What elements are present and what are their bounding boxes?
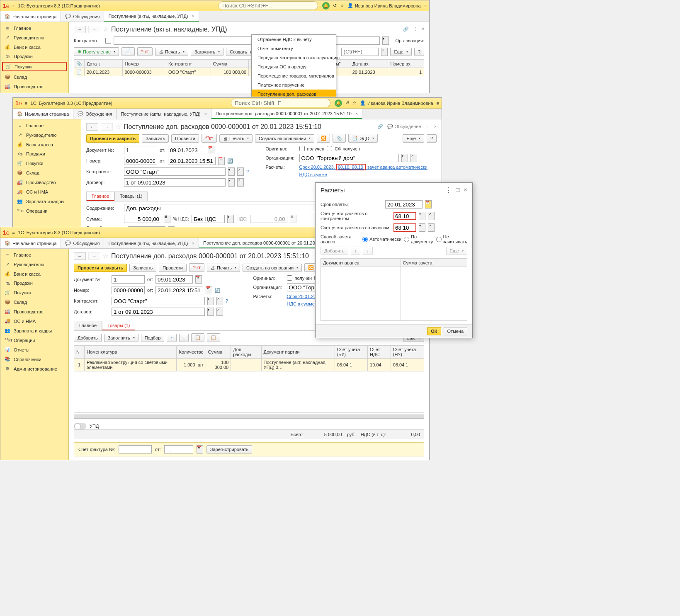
app-title: 1С: Бухгалтерия 8.3 (1С:Предприятие) xyxy=(18,3,100,8)
tab-discuss[interactable]: 💬Обсуждения xyxy=(61,11,104,22)
dtkt-button[interactable]: ᴬᵀкт xyxy=(137,47,153,56)
copy-button[interactable]: 📄 xyxy=(121,47,135,56)
help-button[interactable]: ? xyxy=(414,48,424,56)
bell-icon[interactable]: 🔔 xyxy=(322,2,330,10)
counterparty-dd[interactable]: ▾ xyxy=(382,36,389,45)
counterparty-input[interactable] xyxy=(114,36,380,45)
link-icon[interactable]: 🔗 xyxy=(403,27,409,32)
user-menu[interactable]: 👤Иванова Ирина Владимировна xyxy=(347,3,421,8)
col-cp[interactable]: Контрагент xyxy=(166,60,211,68)
nav-warehouse[interactable]: 📦Склад xyxy=(0,72,68,82)
menu-item[interactable]: Передача ОС в аренду xyxy=(252,62,336,71)
col-sum[interactable]: Сумма xyxy=(211,60,249,68)
page-title: Поступление (акты, накладные, УПД) xyxy=(111,26,227,33)
tab-home[interactable]: 🏠Начальная страница xyxy=(0,11,61,22)
menu-icon[interactable]: ≡ xyxy=(12,3,15,8)
logo-1c: 1℮ xyxy=(3,2,10,9)
clear-search[interactable]: × xyxy=(381,48,388,56)
nav-back[interactable]: ← xyxy=(74,26,86,33)
counterparty-check[interactable] xyxy=(105,38,111,44)
nav-manager[interactable]: ↗Руководителю xyxy=(0,33,68,42)
menu-item[interactable]: Отчет комитенту xyxy=(252,44,336,53)
menu-item[interactable]: Перемещение товаров, материалов xyxy=(252,71,336,80)
nav-production[interactable]: 🏭Производство xyxy=(0,82,68,91)
settings-icon[interactable]: ≡ xyxy=(424,3,427,8)
load-button[interactable]: Загрузить▾ xyxy=(191,48,223,56)
col-nin[interactable]: Номер вх. xyxy=(388,60,424,68)
receipts-table: 📎 Дата ↓ Номер Контрагент Сумма Валюта С… xyxy=(74,59,424,76)
menu-item[interactable]: Отражение НДС к вычету xyxy=(252,35,336,44)
star-icon[interactable]: ☆ xyxy=(340,3,344,8)
history-icon[interactable]: ↺ xyxy=(333,3,337,8)
global-search[interactable] xyxy=(219,1,318,10)
create-based-menu: Отражение НДС к вычету Отчет комитенту П… xyxy=(251,34,336,97)
nav-bank[interactable]: 💰Банк и касса xyxy=(0,42,68,52)
org-label: Организация: xyxy=(396,38,424,43)
tab-receipts[interactable]: Поступление (акты, накладные, УПД)× xyxy=(104,11,199,22)
counterparty-label: Контрагент: xyxy=(74,38,103,43)
fav-icon[interactable]: ☆ xyxy=(103,25,109,33)
attach-icon: 📎 xyxy=(74,60,85,68)
more-button[interactable]: Еще▾ xyxy=(390,48,411,56)
table-row[interactable]: 📄 20.01.2023 0000-000003 ООО "Старт" 180… xyxy=(74,68,424,76)
nav-purchases[interactable]: 🛒Покупки xyxy=(2,62,67,71)
col-num[interactable]: Номер xyxy=(122,60,166,68)
nav-fwd[interactable]: → xyxy=(88,26,100,33)
col-din[interactable]: Дата вх. xyxy=(350,60,388,68)
more-icon[interactable]: ⋮ xyxy=(413,27,418,32)
nav-main[interactable]: ≡Главное xyxy=(0,24,68,33)
menu-item[interactable]: Платежное поручение xyxy=(252,80,336,90)
menu-item[interactable]: Передача материалов в эксплуатацию xyxy=(252,53,336,62)
close-icon[interactable]: × xyxy=(422,27,424,32)
receipt-button[interactable]: ⊕ Поступление▾ xyxy=(74,47,119,56)
close-icon[interactable]: × xyxy=(192,14,194,19)
nav-sales[interactable]: 🛍Продажи xyxy=(0,52,68,61)
col-date[interactable]: Дата ↓ xyxy=(85,60,123,68)
list-search[interactable] xyxy=(341,48,379,56)
print-button[interactable]: 🖨 Печать▾ xyxy=(155,48,188,56)
menu-item-highlighted[interactable]: Поступление доп. расходов xyxy=(252,90,336,97)
